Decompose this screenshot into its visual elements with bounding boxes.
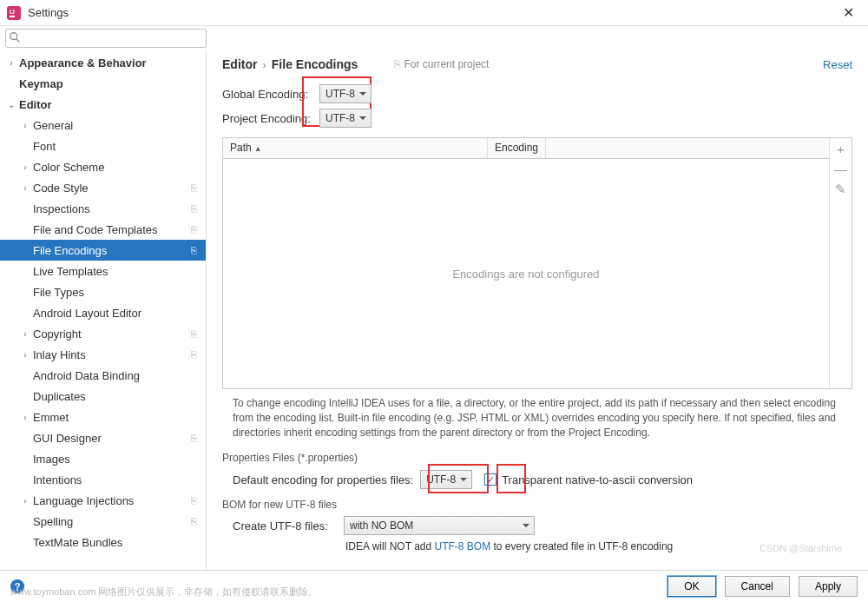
sidebar-item-label: Copyright (31, 327, 206, 341)
sidebar-item-emmet[interactable]: ›Emmet (0, 407, 206, 427)
search-input[interactable] (5, 29, 207, 48)
sidebar-item-file-encodings[interactable]: File Encodings⎘ (0, 240, 206, 261)
sidebar-item-duplicates[interactable]: Duplicates (0, 386, 206, 407)
sidebar-item-label: GUI Designer (31, 432, 206, 445)
sidebar-item-label: Color Scheme (31, 161, 206, 174)
global-encoding-dropdown[interactable]: UTF-8 (319, 84, 372, 103)
edit-icon[interactable]: ✎ (835, 182, 846, 197)
global-encoding-label: Global Encoding: (222, 88, 319, 101)
sidebar-item-code-style[interactable]: ›Code Style⎘ (0, 177, 206, 198)
sidebar-item-label: Intentions (31, 473, 206, 486)
add-icon[interactable]: + (837, 142, 845, 156)
project-badge-icon: ⎘ (191, 203, 197, 214)
project-encoding-dropdown[interactable]: UTF-8 (319, 109, 372, 128)
window-title: Settings (28, 6, 836, 19)
sidebar-item-textmate-bundles[interactable]: TextMate Bundles (0, 532, 206, 552)
sidebar-item-copyright[interactable]: ›Copyright⎘ (0, 323, 206, 344)
properties-encoding-label: Default encoding for properties files: (233, 473, 413, 486)
chevron-icon: › (19, 162, 31, 172)
col-path[interactable]: Path▲ (223, 138, 488, 158)
chevron-icon: › (19, 121, 31, 130)
transparent-ascii-checkbox[interactable]: ✓ Transparent native-to-ascii conversion (484, 473, 693, 486)
chevron-icon: ⌄ (5, 100, 17, 109)
table-empty-text: Encodings are not configured (223, 159, 829, 388)
properties-section-title: Properties Files (*.properties) (207, 447, 868, 466)
sidebar-item-label: Images (31, 453, 206, 466)
close-icon[interactable]: ✕ (836, 4, 861, 21)
watermark-csdn: CSDN @Starshime (760, 543, 842, 553)
for-current-project: ⎘For current project (394, 58, 489, 70)
sidebar-item-label: TextMate Bundles (31, 536, 206, 549)
breadcrumb-file-encodings: File Encodings (272, 57, 358, 71)
utf8-bom-link[interactable]: UTF-8 BOM (434, 540, 490, 552)
remove-icon[interactable]: — (834, 162, 847, 176)
sidebar-item-language-injections[interactable]: ›Language Injections⎘ (0, 490, 206, 511)
sidebar-item-label: Font (31, 140, 206, 153)
project-badge-icon: ⎘ (191, 245, 197, 255)
encoding-table: Path▲ Encoding Encodings are not configu… (222, 137, 852, 389)
sidebar-item-android-layout-editor[interactable]: Android Layout Editor (0, 302, 206, 323)
chevron-icon: › (19, 350, 31, 360)
sidebar-item-label: Appearance & Behavior (17, 56, 206, 69)
titlebar: IJ Settings ✕ (0, 0, 868, 26)
sidebar-item-label: Code Style (31, 182, 206, 195)
sidebar-item-spelling[interactable]: Spelling⎘ (0, 511, 206, 532)
breadcrumb-editor[interactable]: Editor (222, 57, 257, 71)
sidebar-item-label: Emmet (31, 411, 206, 424)
content-pane: Editor › File Encodings ⎘For current pro… (207, 50, 868, 570)
checkbox-icon: ✓ (484, 473, 496, 486)
apply-button[interactable]: Apply (799, 576, 858, 597)
svg-text:IJ: IJ (10, 9, 15, 15)
sidebar-item-label: Android Layout Editor (31, 307, 206, 320)
project-badge-icon: ⎘ (191, 349, 197, 360)
watermark-toymoban: www.toymoban.com 网络图片仅供展示，非存储，如有侵权请联系删除。 (10, 585, 318, 599)
sidebar-item-label: Editor (17, 98, 206, 111)
properties-encoding-dropdown[interactable]: UTF-8 (420, 470, 472, 489)
chevron-icon: › (19, 413, 31, 422)
svg-rect-1 (10, 16, 15, 17)
create-utf8-dropdown[interactable]: with NO BOM (344, 516, 535, 535)
project-badge-icon: ⎘ (191, 495, 197, 506)
sidebar-item-editor[interactable]: ⌄Editor (0, 94, 206, 115)
sidebar-item-gui-designer[interactable]: GUI Designer⎘ (0, 427, 206, 448)
sidebar-item-inlay-hints[interactable]: ›Inlay Hints⎘ (0, 344, 206, 365)
col-encoding[interactable]: Encoding (488, 138, 546, 158)
sidebar-item-android-data-binding[interactable]: Android Data Binding (0, 365, 206, 386)
sidebar-item-font[interactable]: Font (0, 136, 206, 156)
search-icon (9, 31, 21, 46)
sidebar-item-images[interactable]: Images (0, 448, 206, 469)
chevron-icon: › (5, 58, 17, 68)
chevron-icon: › (19, 496, 31, 506)
svg-line-4 (16, 39, 20, 43)
project-badge-icon: ⎘ (191, 433, 197, 443)
sidebar-item-label: File Encodings (31, 244, 206, 257)
sidebar-item-appearance-behavior[interactable]: ›Appearance & Behavior (0, 52, 206, 73)
sidebar-item-label: Android Data Binding (31, 369, 206, 382)
description-text: To change encoding IntelliJ IDEA uses fo… (207, 389, 868, 447)
sidebar-item-label: Inlay Hints (31, 348, 206, 361)
sidebar-item-label: File and Code Templates (31, 223, 206, 236)
project-badge-icon: ⎘ (191, 224, 197, 235)
create-utf8-label: Create UTF-8 files: (233, 519, 344, 533)
sidebar-item-intentions[interactable]: Intentions (0, 469, 206, 490)
sidebar-item-label: General (31, 119, 206, 132)
sidebar-item-general[interactable]: ›General (0, 115, 206, 136)
sidebar-item-color-scheme[interactable]: ›Color Scheme (0, 156, 206, 177)
sidebar-item-label: Keymap (17, 77, 206, 90)
sidebar-item-label: Live Templates (31, 265, 206, 278)
sidebar-item-file-and-code-templates[interactable]: File and Code Templates⎘ (0, 219, 206, 240)
project-icon: ⎘ (394, 58, 400, 70)
settings-tree: ›Appearance & BehaviorKeymap⌄Editor›Gene… (0, 50, 207, 570)
cancel-button[interactable]: Cancel (725, 576, 790, 597)
project-badge-icon: ⎘ (191, 182, 197, 193)
app-icon: IJ (7, 6, 21, 20)
reset-link[interactable]: Reset (823, 58, 852, 71)
sidebar-item-keymap[interactable]: Keymap (0, 73, 206, 94)
sidebar-item-file-types[interactable]: File Types (0, 281, 206, 302)
sidebar-item-live-templates[interactable]: Live Templates (0, 261, 206, 281)
ok-button[interactable]: OK (667, 576, 715, 597)
svg-point-3 (10, 33, 17, 40)
sidebar-item-label: Spelling (31, 515, 206, 528)
sidebar-item-inspections[interactable]: Inspections⎘ (0, 198, 206, 219)
chevron-icon: › (19, 329, 31, 339)
